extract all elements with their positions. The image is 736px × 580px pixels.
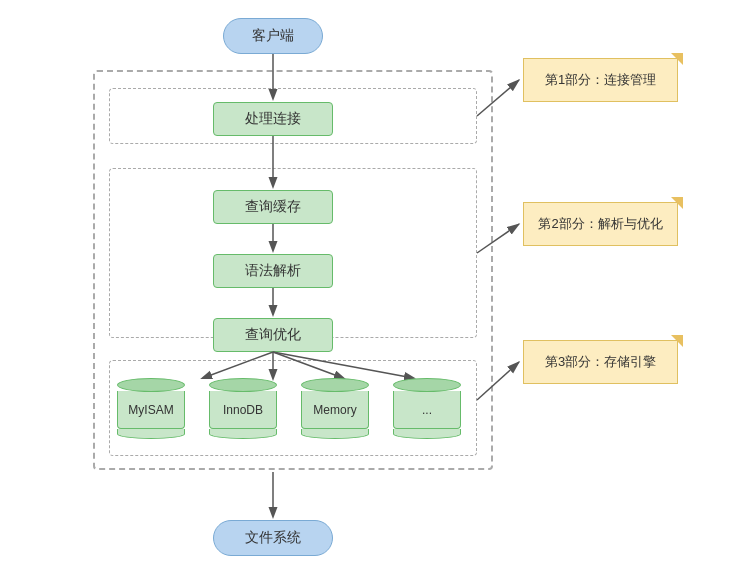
myisam-top <box>117 378 185 392</box>
memory-body: Memory <box>301 391 369 429</box>
process-label: 处理连接 <box>245 110 301 128</box>
other-body: ... <box>393 391 461 429</box>
memory-engine: Memory <box>299 378 371 439</box>
innodb-bottom <box>209 429 277 439</box>
myisam-engine: MyISAM <box>115 378 187 439</box>
syntax-box: 语法解析 <box>213 254 333 288</box>
filesystem-label: 文件系统 <box>245 529 301 547</box>
other-bottom <box>393 429 461 439</box>
other-top <box>393 378 461 392</box>
note3: 第3部分：存储引擎 <box>523 340 678 384</box>
client-label: 客户端 <box>252 27 294 45</box>
note2-label: 第2部分：解析与优化 <box>538 215 662 233</box>
syntax-label: 语法解析 <box>245 262 301 280</box>
query-opt-label: 查询优化 <box>245 326 301 344</box>
myisam-body: MyISAM <box>117 391 185 429</box>
filesystem-box: 文件系统 <box>213 520 333 556</box>
query-opt-box: 查询优化 <box>213 318 333 352</box>
query-cache-box: 查询缓存 <box>213 190 333 224</box>
memory-top <box>301 378 369 392</box>
note1: 第1部分：连接管理 <box>523 58 678 102</box>
memory-label: Memory <box>313 403 356 417</box>
innodb-body: InnoDB <box>209 391 277 429</box>
diagram: 客户端 处理连接 查询缓存 语法解析 查询优化 MyISAM InnoDB <box>13 10 723 570</box>
note3-label: 第3部分：存储引擎 <box>545 353 656 371</box>
myisam-bottom <box>117 429 185 439</box>
innodb-engine: InnoDB <box>207 378 279 439</box>
storage-engine-group: MyISAM InnoDB Memory ... <box>105 378 473 439</box>
other-engine: ... <box>391 378 463 439</box>
client-box: 客户端 <box>223 18 323 54</box>
note1-label: 第1部分：连接管理 <box>545 71 656 89</box>
innodb-label: InnoDB <box>223 403 263 417</box>
innodb-top <box>209 378 277 392</box>
process-box: 处理连接 <box>213 102 333 136</box>
query-cache-label: 查询缓存 <box>245 198 301 216</box>
memory-bottom <box>301 429 369 439</box>
note2: 第2部分：解析与优化 <box>523 202 678 246</box>
other-label: ... <box>422 403 432 417</box>
myisam-label: MyISAM <box>128 403 173 417</box>
